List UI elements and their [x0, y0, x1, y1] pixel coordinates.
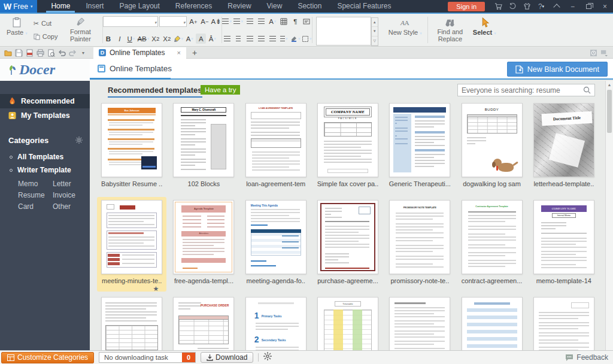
skin-icon[interactable]	[520, 0, 534, 13]
template-thumbnail[interactable]: Document Title	[533, 103, 594, 177]
tab-online-templates[interactable]: Online Templates	[98, 64, 172, 73]
redo-icon[interactable]	[67, 47, 78, 59]
strikethrough-button[interactable]: AB▾	[137, 34, 149, 44]
menu-tab-review[interactable]: Review	[220, 0, 259, 13]
bold-button[interactable]: B	[103, 34, 113, 44]
template-thumbnail[interactable]: 1Primary Tasks2Secondary Tasks	[245, 297, 306, 350]
switch-window-icon[interactable]	[599, 47, 609, 59]
template-thumbnail[interactable]	[462, 297, 523, 350]
font-size-select[interactable]: ▾	[159, 16, 187, 27]
justify-button[interactable]	[256, 34, 266, 44]
customize-categories-button[interactable]: Customize Categories	[1, 352, 94, 363]
find-replace-button[interactable]: Find and Replace	[430, 16, 470, 44]
collapse-ribbon-icon[interactable]	[548, 0, 565, 13]
template-thumbnail[interactable]	[389, 103, 450, 177]
menu-tab-special-features[interactable]: Special Features	[329, 0, 399, 13]
bullet-list-button[interactable]: ▾	[222, 16, 232, 26]
template-thumbnail[interactable]: Timetable	[317, 297, 378, 350]
line-spacing-button[interactable]: ▾	[279, 34, 289, 44]
file-menu-button[interactable]: W Free ▾	[0, 0, 37, 13]
table-icon[interactable]	[279, 16, 289, 26]
search-icon[interactable]	[583, 86, 591, 94]
align-center-button[interactable]	[233, 34, 244, 44]
decrease-indent-button[interactable]	[245, 16, 255, 26]
template-card-letterhead-template[interactable]: Document Titleletterhead-template..	[529, 100, 599, 195]
template-thumbnail[interactable]: Eva Johnson	[101, 103, 162, 177]
template-thumbnail[interactable]: PURCHASE ORDER	[173, 297, 234, 350]
template-card[interactable]	[457, 294, 526, 350]
superscript-button[interactable]: X2	[150, 34, 160, 44]
paste-button[interactable]: Paste ▾	[4, 16, 31, 44]
open-icon[interactable]	[2, 47, 13, 59]
download-button[interactable]: Download	[201, 352, 253, 363]
subcategory-letter[interactable]: Letter	[53, 179, 87, 189]
clear-format-button[interactable]: A⇟	[211, 17, 221, 27]
template-thumbnail[interactable]: Mary C. Olsencraft	[173, 103, 234, 177]
template-card-contract-agreemen[interactable]: Contractor Agreement Templatecontract-ag…	[457, 197, 526, 292]
template-card[interactable]: 1Primary Tasks2Secondary Tasks	[241, 294, 311, 350]
restore-icon[interactable]	[581, 0, 597, 13]
template-card-meeting-agenda-fo[interactable]: Meeting This Agendameeting-agenda-fo..	[241, 197, 311, 292]
template-thumbnail[interactable]	[101, 297, 162, 350]
format-painter-button[interactable]: Format Painter	[60, 16, 100, 44]
text-direction-button[interactable]: A▾	[268, 16, 278, 26]
styles-gallery-arrows[interactable]: ▲▼▽	[371, 17, 378, 46]
template-card-102-blocks[interactable]: Mary C. Olsencraft102 Blocks	[169, 100, 238, 195]
subcategory-invoice[interactable]: Invoice	[53, 190, 87, 200]
template-card-generic-therapeuti[interactable]: Generic Therapeuti...	[385, 100, 454, 195]
menu-tab-home[interactable]: Home	[43, 0, 78, 13]
search-input[interactable]	[458, 86, 583, 95]
template-thumbnail[interactable]	[317, 200, 378, 274]
char-shading-button[interactable]: A	[196, 34, 206, 44]
sign-in-button[interactable]: Sign in	[448, 2, 485, 11]
template-card[interactable]: Timetable	[313, 294, 383, 350]
minimize-icon[interactable]: −	[565, 0, 581, 13]
sidebar-item-recommended[interactable]: Recommended	[0, 94, 90, 108]
template-thumbnail[interactable]: COMPANY NAMEInternal Memo	[533, 200, 594, 274]
template-card[interactable]	[385, 294, 454, 350]
underline-button[interactable]: U▾	[126, 34, 136, 44]
template-card-meeting-minutes-te[interactable]: meeting-minutes-te..★	[97, 197, 166, 292]
template-card-dogwalking-log-sam[interactable]: BUDDY dogwalking log sam	[457, 100, 526, 195]
template-thumbnail[interactable]: LOAN AGREEMENT TEMPLATE	[245, 103, 306, 177]
font-color-button[interactable]: A▾	[184, 34, 195, 44]
cart-icon[interactable]	[491, 0, 505, 13]
help-icon[interactable]: ?▾	[534, 0, 548, 13]
recent-docs-icon[interactable]	[588, 47, 599, 59]
have-a-try-badge[interactable]: Have a try	[201, 85, 240, 95]
distribute-button[interactable]	[268, 34, 278, 44]
template-card-simple-fax-cover-pa[interactable]: COMPANY NAMEFACSIMILESimple fax cover pa…	[313, 100, 383, 195]
template-thumbnail[interactable]: BUDDY	[462, 103, 523, 177]
shading-button[interactable]: ▾	[290, 34, 301, 44]
template-card-purchase-agreeme[interactable]: purchase-agreeme...	[313, 197, 383, 292]
template-card[interactable]	[97, 294, 166, 350]
template-thumbnail[interactable]: Agenda TemplateAttendees	[173, 200, 234, 274]
save-icon[interactable]	[13, 47, 24, 59]
subcategory-memo[interactable]: Memo	[18, 179, 53, 189]
document-tab[interactable]: D Online Templates ×	[93, 47, 186, 59]
feedback-button[interactable]: Feedback	[565, 353, 608, 362]
template-card-promissory-note-te[interactable]: PROMISSORY NOTE TEMPLATEpromissory-note-…	[385, 197, 454, 292]
paragraph-mark-button[interactable]: ¶	[290, 16, 301, 26]
font-family-select[interactable]: ▾	[103, 16, 158, 27]
italic-button[interactable]: I	[114, 34, 125, 44]
template-thumbnail[interactable]: Meeting This Agenda	[245, 200, 306, 274]
close-tab-icon[interactable]: ×	[177, 49, 181, 56]
new-style-button[interactable]: AA New Style ▾	[386, 16, 425, 44]
template-thumbnail[interactable]	[101, 200, 162, 274]
template-card-memo-template-14[interactable]: COMPANY NAMEInternal Memo memo-template-…	[529, 197, 599, 292]
increase-indent-button[interactable]	[256, 16, 266, 26]
cut-button[interactable]: ✂Cut	[32, 19, 60, 28]
align-left-button[interactable]	[222, 34, 232, 44]
subcategory-other[interactable]: Other	[53, 202, 87, 211]
phonetic-guide-button[interactable]: Â▾	[207, 34, 217, 44]
undo-icon[interactable]	[56, 47, 67, 59]
menu-tab-insert[interactable]: Insert	[78, 0, 111, 13]
highlight-button[interactable]: ▾	[173, 34, 183, 44]
select-button[interactable]: Select ▾	[470, 16, 499, 44]
favorite-star-icon[interactable]: ★	[99, 285, 165, 293]
category-writer-template[interactable]: Writer Template	[0, 163, 90, 177]
template-card[interactable]	[529, 294, 599, 350]
template-thumbnail[interactable]	[389, 297, 450, 350]
number-list-button[interactable]: ▾	[233, 16, 244, 26]
